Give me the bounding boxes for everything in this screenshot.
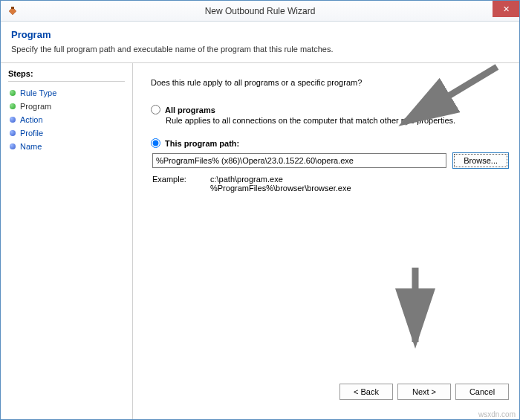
example-line2: %ProgramFiles%\browser\browser.exe: [210, 184, 351, 193]
step-label: Profile: [20, 129, 43, 138]
step-label: Action: [20, 115, 43, 124]
cancel-button[interactable]: Cancel: [455, 384, 509, 400]
example-label: Example:: [152, 175, 210, 193]
steps-sidebar: Steps: Rule Type Program Action Profile …: [1, 63, 133, 419]
option-all-programs[interactable]: All programs: [151, 105, 509, 114]
wizard-body: Steps: Rule Type Program Action Profile …: [1, 63, 519, 419]
example-line1: c:\path\program.exe: [210, 175, 351, 184]
close-icon: ✕: [503, 4, 510, 14]
wizard-window: New Outbound Rule Wizard ✕ Program Speci…: [0, 0, 520, 420]
step-label: Name: [20, 142, 42, 151]
program-path-row: Browse...: [152, 152, 509, 169]
page-title: Program: [11, 29, 509, 40]
option-program-path[interactable]: This program path:: [151, 138, 509, 148]
bullet-icon: [10, 117, 16, 123]
bullet-icon: [10, 143, 16, 149]
bullet-icon: [10, 103, 16, 109]
page-subtitle: Specify the full program path and execut…: [11, 45, 509, 54]
wizard-header: Program Specify the full program path an…: [1, 22, 519, 63]
radio-program-path[interactable]: [151, 138, 160, 148]
step-label: Rule Type: [20, 88, 56, 97]
step-name[interactable]: Name: [8, 140, 125, 153]
close-button[interactable]: ✕: [493, 1, 519, 17]
wizard-footer: < Back Next > Cancel: [151, 376, 509, 412]
radio-all-programs[interactable]: [151, 105, 160, 114]
step-program: Program: [8, 100, 125, 113]
titlebar: New Outbound Rule Wizard ✕: [1, 1, 519, 22]
bullet-icon: [10, 90, 16, 96]
step-label: Program: [20, 102, 51, 111]
program-path-input[interactable]: [152, 153, 446, 168]
annotation-arrow-1: [378, 63, 504, 138]
example-row: Example: c:\path\program.exe %ProgramFil…: [152, 175, 509, 193]
step-action[interactable]: Action: [8, 113, 125, 126]
next-button[interactable]: Next >: [397, 384, 451, 400]
window-title: New Outbound Rule Wizard: [1, 6, 519, 16]
prompt-text: Does this rule apply to all programs or …: [151, 78, 509, 87]
back-button[interactable]: < Back: [339, 384, 393, 400]
watermark: wsxdn.com: [478, 410, 516, 419]
browse-button[interactable]: Browse...: [452, 152, 509, 169]
example-values: c:\path\program.exe %ProgramFiles%\brows…: [210, 175, 351, 193]
bullet-icon: [10, 130, 16, 136]
radio-all-label: All programs: [165, 106, 215, 114]
annotation-arrow-2: [393, 264, 438, 353]
step-rule-type[interactable]: Rule Type: [8, 86, 125, 100]
radio-all-desc: Rule applies to all connections on the c…: [166, 116, 509, 125]
wizard-content: Does this rule apply to all programs or …: [133, 63, 519, 419]
step-profile[interactable]: Profile: [8, 126, 125, 140]
radio-path-label: This program path:: [165, 139, 239, 148]
steps-heading: Steps:: [8, 69, 125, 82]
